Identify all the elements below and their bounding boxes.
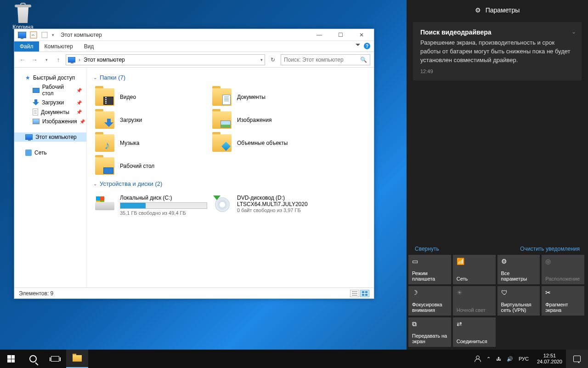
notification-icon bbox=[573, 356, 581, 362]
notification-card[interactable]: ⌄ Поиск видеодрайвера Разрешение экрана,… bbox=[413, 22, 582, 80]
up-button[interactable]: ↑ bbox=[54, 55, 63, 64]
view-details-button[interactable] bbox=[350, 290, 359, 297]
qat-dropdown-icon[interactable]: ▾ bbox=[52, 33, 54, 37]
taskview-icon bbox=[51, 356, 59, 362]
qat-properties-icon[interactable] bbox=[30, 31, 37, 39]
chevron-down-icon[interactable]: ⌄ bbox=[571, 29, 576, 35]
pin-icon: 📌 bbox=[79, 119, 85, 124]
notification-time: 12:49 bbox=[420, 69, 574, 74]
network-tray-icon[interactable]: 🖧 bbox=[496, 356, 501, 362]
close-button[interactable]: ✕ bbox=[351, 29, 372, 41]
volume-tray-icon[interactable]: 🔊 bbox=[507, 356, 513, 362]
titlebar[interactable]: ▾ Этот компьютер — ☐ ✕ bbox=[14, 29, 374, 41]
nav-downloads[interactable]: Загрузки📌 bbox=[14, 98, 86, 107]
file-explorer-icon bbox=[73, 355, 82, 362]
drive-d[interactable]: DVD-дисковод (D:) LTSCX64.MULTi7.JULY202… bbox=[210, 192, 328, 218]
address-bar[interactable]: Этот компьютер ▾ bbox=[66, 54, 265, 65]
tile-vpn[interactable]: 🛡Виртуальная сеть (VPN) bbox=[498, 286, 540, 316]
network-icon bbox=[25, 150, 32, 156]
tile-tablet-mode[interactable]: ▭Режим планшета bbox=[408, 255, 451, 284]
documents-icon bbox=[33, 109, 38, 115]
nav-pictures[interactable]: Изображения📌 bbox=[14, 117, 86, 126]
window-title: Этот компьютер bbox=[61, 32, 309, 38]
tile-screen-snip[interactable]: ✂Фрагмент экрана bbox=[542, 286, 584, 316]
dvd-icon bbox=[212, 195, 232, 212]
tile-connect[interactable]: ⇄Соединиться bbox=[453, 317, 496, 347]
tile-location[interactable]: ◎Расположение bbox=[542, 255, 584, 284]
folder-videos[interactable]: Видео bbox=[93, 86, 210, 109]
start-button[interactable] bbox=[0, 350, 22, 368]
action-center-button[interactable] bbox=[566, 350, 588, 368]
nav-this-pc[interactable]: Этот компьютер bbox=[14, 132, 86, 142]
drive-c-free: 35,1 ГБ свободно из 49,4 ГБ bbox=[120, 210, 209, 216]
navigation-bar: ← → ▾ ↑ Этот компьютер ▾ ↻ 🔍 bbox=[14, 52, 374, 68]
system-tray: ⌃ 🖧 🔊 РУС bbox=[470, 356, 533, 362]
search-icon bbox=[29, 355, 37, 362]
tab-view[interactable]: Вид bbox=[79, 41, 100, 52]
breadcrumb[interactable]: Этот компьютер bbox=[84, 57, 125, 63]
folder-documents[interactable]: Документы bbox=[210, 86, 328, 109]
folder-desktop[interactable]: Рабочий стол bbox=[93, 155, 210, 178]
recent-dropdown[interactable]: ▾ bbox=[42, 55, 51, 64]
back-button[interactable]: ← bbox=[18, 55, 27, 64]
forward-button[interactable]: → bbox=[30, 55, 39, 64]
action-center-header[interactable]: ⚙ Параметры bbox=[407, 0, 588, 18]
star-icon: ★ bbox=[25, 75, 30, 81]
tile-network[interactable]: 📶Сеть bbox=[453, 255, 496, 284]
clock[interactable]: 12:51 24.07.2020 bbox=[533, 353, 566, 365]
folder-pictures[interactable]: Изображения bbox=[210, 109, 328, 132]
section-drives[interactable]: ⌄Устройства и диски (2) bbox=[93, 180, 368, 187]
nav-desktop[interactable]: Рабочий стол📌 bbox=[14, 82, 86, 98]
drive-c-name: Локальный диск (C:) bbox=[120, 195, 209, 201]
collapse-link[interactable]: Свернуть bbox=[415, 246, 439, 252]
navigation-pane: ★Быстрый доступ Рабочий стол📌 Загрузки📌 … bbox=[14, 68, 87, 288]
pin-icon: 📌 bbox=[76, 109, 82, 115]
drive-c[interactable]: Локальный диск (C:) 35,1 ГБ свободно из … bbox=[93, 192, 210, 218]
folder-3d-objects[interactable]: Объемные объекты bbox=[210, 132, 328, 155]
svg-rect-1 bbox=[42, 32, 47, 38]
tablet-icon: ▭ bbox=[412, 258, 447, 266]
tab-file[interactable]: Файл bbox=[14, 41, 39, 52]
tile-focus-assist[interactable]: ☽Фокусировка внимания bbox=[408, 286, 451, 316]
taskbar-explorer[interactable] bbox=[66, 350, 88, 368]
maximize-button[interactable]: ☐ bbox=[330, 29, 351, 41]
nav-quick-access[interactable]: ★Быстрый доступ bbox=[14, 73, 86, 82]
help-icon[interactable]: ? bbox=[364, 43, 370, 49]
notification-title: Поиск видеодрайвера bbox=[420, 29, 574, 36]
explorer-window: ▾ Этот компьютер — ☐ ✕ Файл Компьютер Ви… bbox=[14, 29, 374, 299]
minimize-button[interactable]: — bbox=[309, 29, 330, 41]
notification-body: Разрешение экрана, производительность и … bbox=[420, 39, 574, 65]
snip-icon: ✂ bbox=[545, 289, 581, 297]
video-icon bbox=[103, 97, 113, 105]
section-folders[interactable]: ⌄Папки (7) bbox=[93, 74, 368, 81]
recycle-bin-icon bbox=[14, 3, 32, 23]
address-dropdown-icon[interactable]: ▾ bbox=[260, 58, 263, 62]
tile-project[interactable]: ⧉Передавать на экран bbox=[408, 317, 451, 347]
taskbar: ⌃ 🖧 🔊 РУС 12:51 24.07.2020 bbox=[0, 350, 588, 368]
folder-music[interactable]: Музыка bbox=[93, 132, 210, 155]
gear-icon: ⚙ bbox=[475, 6, 481, 14]
tab-computer[interactable]: Компьютер bbox=[39, 41, 79, 52]
search-box[interactable]: 🔍 bbox=[281, 54, 370, 65]
drive-d-name: DVD-дисковод (D:) bbox=[237, 195, 326, 201]
search-button[interactable] bbox=[22, 350, 44, 368]
clear-notifications-link[interactable]: Очистить уведомления bbox=[520, 246, 580, 252]
language-indicator[interactable]: РУС bbox=[519, 356, 529, 362]
tile-all-settings[interactable]: ⚙Все параметры bbox=[498, 255, 540, 284]
folder-downloads[interactable]: Загрузки bbox=[93, 109, 210, 132]
svg-rect-2 bbox=[362, 291, 364, 293]
clock-time: 12:51 bbox=[537, 353, 562, 359]
tray-overflow-icon[interactable]: ⌃ bbox=[486, 356, 491, 362]
qat-new-icon[interactable] bbox=[41, 31, 48, 39]
search-input[interactable] bbox=[284, 57, 360, 63]
people-icon[interactable] bbox=[475, 356, 481, 362]
view-tiles-button[interactable] bbox=[360, 290, 369, 297]
ribbon-expand-icon[interactable] bbox=[356, 44, 360, 48]
tile-night-light[interactable]: ☀Ночной свет bbox=[453, 286, 496, 316]
refresh-button[interactable]: ↻ bbox=[268, 55, 278, 65]
desktop-icon-recycle-bin[interactable]: Корзина bbox=[7, 3, 39, 30]
svg-rect-4 bbox=[362, 294, 364, 296]
nav-documents[interactable]: Документы📌 bbox=[14, 107, 86, 117]
task-view-button[interactable] bbox=[44, 350, 66, 368]
nav-network[interactable]: Сеть bbox=[14, 148, 86, 157]
